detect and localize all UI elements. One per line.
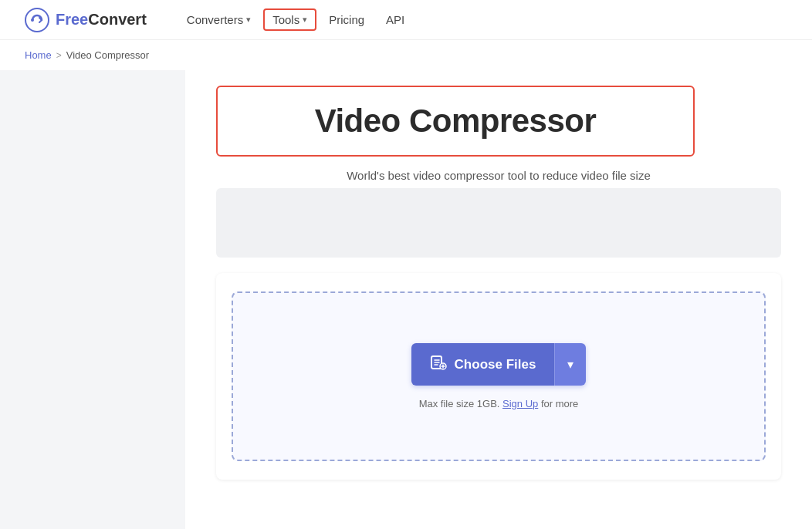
upload-card: Choose Files ▾ Max file size 1GB. Sign U… bbox=[216, 273, 781, 480]
tools-chevron-icon: ▾ bbox=[303, 15, 307, 25]
max-size-info: Max file size 1GB. Sign Up for more bbox=[419, 398, 579, 409]
signup-link[interactable]: Sign Up bbox=[502, 398, 538, 409]
svg-point-0 bbox=[25, 8, 49, 32]
svg-point-1 bbox=[31, 19, 34, 22]
logo-text: FreeConvert bbox=[56, 11, 147, 29]
choose-files-dropdown[interactable]: ▾ bbox=[554, 343, 586, 386]
nav-pricing[interactable]: Pricing bbox=[320, 8, 374, 31]
file-upload-icon bbox=[430, 354, 447, 375]
choose-files-group: Choose Files ▾ bbox=[411, 343, 587, 386]
breadcrumb: Home > Video Compressor bbox=[0, 40, 812, 70]
sidebar bbox=[0, 70, 185, 529]
converters-chevron-icon: ▾ bbox=[246, 15, 251, 25]
page-subtitle: World's best video compressor tool to re… bbox=[216, 169, 781, 182]
main-content: Video Compressor World's best video comp… bbox=[185, 70, 812, 529]
drop-zone[interactable]: Choose Files ▾ Max file size 1GB. Sign U… bbox=[232, 291, 766, 461]
title-box: Video Compressor bbox=[216, 86, 695, 157]
breadcrumb-current: Video Compressor bbox=[66, 49, 149, 61]
ad-banner bbox=[216, 188, 781, 258]
page-title: Video Compressor bbox=[249, 103, 662, 140]
freeconvert-logo-icon bbox=[25, 8, 49, 32]
max-size-text: Max file size 1GB. bbox=[419, 398, 500, 409]
logo[interactable]: FreeConvert bbox=[25, 8, 147, 32]
breadcrumb-home[interactable]: Home bbox=[25, 49, 52, 61]
nav-converters[interactable]: Converters ▾ bbox=[178, 8, 260, 31]
choose-files-label: Choose Files bbox=[455, 357, 536, 372]
dropdown-chevron-icon: ▾ bbox=[567, 357, 573, 372]
nav-tools[interactable]: Tools ▾ bbox=[263, 8, 316, 31]
header: FreeConvert Converters ▾ Tools ▾ Pricing… bbox=[0, 0, 812, 40]
nav-api[interactable]: API bbox=[377, 8, 414, 31]
choose-files-button[interactable]: Choose Files bbox=[411, 343, 555, 386]
page-layout: Video Compressor World's best video comp… bbox=[0, 70, 812, 529]
breadcrumb-separator: > bbox=[56, 50, 62, 61]
main-nav: Converters ▾ Tools ▾ Pricing API bbox=[178, 8, 414, 31]
title-section: Video Compressor World's best video comp… bbox=[216, 86, 781, 182]
for-more-text: for more bbox=[541, 398, 578, 409]
